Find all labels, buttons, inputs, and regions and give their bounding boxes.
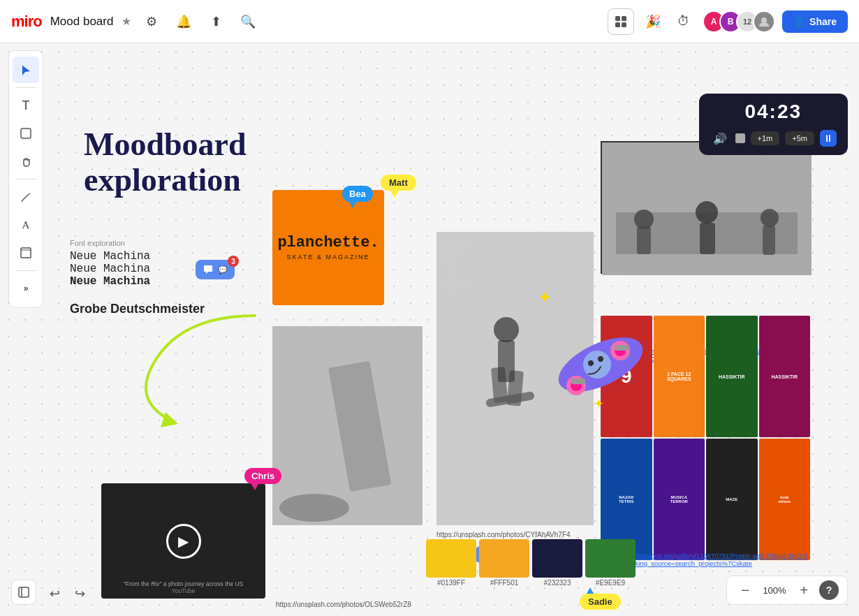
skate-photo-1-image (272, 326, 423, 525)
font-sample-3: Neue Machina (70, 275, 205, 288)
title-line1: Moodboard (84, 126, 247, 162)
poster-7: MAZE (706, 439, 758, 560)
upload-button[interactable]: ⬆ (204, 10, 228, 34)
help-button[interactable]: ? (819, 580, 839, 600)
cursor-matt: Matt (381, 175, 416, 198)
svg-point-14 (494, 317, 519, 342)
swatch-item-2: #FFF501 (479, 539, 529, 587)
select-tool[interactable] (13, 57, 39, 83)
zoom-out-button[interactable]: − (735, 580, 755, 600)
svg-rect-24 (571, 379, 585, 384)
notifications-button[interactable]: 🔔 (172, 10, 196, 34)
svg-rect-32 (637, 226, 651, 254)
timer-pause-button[interactable]: ⏸ (820, 130, 837, 147)
undo-button[interactable]: ↩ (43, 582, 66, 605)
svg-rect-5 (21, 129, 31, 138)
shape-tool[interactable]: A (13, 212, 39, 238)
hand-tool[interactable] (13, 148, 39, 175)
planchette-subtitle: SKATE & MAGAZINE (287, 254, 370, 261)
timer-stop-button[interactable] (735, 133, 745, 143)
cursor-sadie-label: Sadie (580, 594, 621, 610)
undo-redo-controls: ↩ ↪ (43, 582, 91, 605)
cursor-matt-label: Matt (381, 175, 416, 191)
timer-seconds: 23 (777, 101, 802, 122)
swatch-label-1: #0139FF (437, 579, 465, 587)
swatch-label-4: #E9E9E9 (596, 579, 625, 587)
timer-plus1m-button[interactable]: +1m (751, 131, 780, 145)
share-label: Share (809, 16, 837, 27)
swatch-4 (585, 539, 636, 578)
font-label: Font exploration (70, 239, 205, 247)
timer-colon: : (770, 101, 777, 122)
svg-rect-37 (19, 587, 29, 597)
left-toolbar: T A » (8, 50, 43, 308)
timer-sound-button[interactable]: 🔊 (710, 129, 730, 148)
board-content: Moodboard exploration 💬 3 Font explorati… (56, 99, 824, 616)
skate-photo-1 (272, 326, 423, 525)
url-label-1: https://unsplash.com/photos/OLSWeb52rZ8 (276, 601, 411, 608)
poster-6: MUSICATERROR (654, 439, 705, 560)
cursor-chris-label: Chris (244, 468, 281, 484)
tool-divider-3 (15, 270, 36, 271)
svg-rect-0 (615, 16, 620, 21)
cursor-chris: Chris (244, 468, 281, 490)
swatch-3 (532, 539, 582, 578)
more-tools[interactable]: » (13, 275, 39, 302)
timer-plus5m-button[interactable]: +5m (785, 131, 814, 145)
frame-tool[interactable] (13, 240, 39, 266)
svg-rect-25 (615, 345, 629, 351)
swatch-2 (479, 539, 529, 578)
topbar-right: 🎉 ⏱ A B 12 👤 Share (608, 8, 848, 35)
reactions-button[interactable]: 🎉 (641, 10, 665, 34)
svg-rect-36 (763, 226, 775, 255)
poster-2: 1 FACE 12 SQUARES (654, 316, 705, 437)
poster-3: HASSIKTIR (706, 316, 758, 437)
canvas: 04:23 🔊 +1m +5m ⏸ Moodboard exploration … (0, 43, 859, 616)
swatch-label-3: #232323 (544, 579, 571, 587)
timer-button[interactable]: ⏱ (672, 10, 696, 34)
video-card: ▶ "From the Riv" a photo journey across … (101, 483, 265, 599)
pen-tool[interactable] (13, 184, 39, 210)
svg-point-33 (696, 201, 718, 223)
text-tool[interactable]: T (13, 92, 39, 119)
svg-line-6 (22, 194, 29, 201)
svg-rect-3 (622, 22, 626, 27)
timer-overlay: 04:23 🔊 +1m +5m ⏸ (699, 94, 848, 155)
comment-count-1: 3 (228, 256, 239, 267)
apps-button[interactable] (608, 8, 634, 35)
poster-4: HASSIKTIR (759, 316, 811, 437)
doodle-arrow (115, 302, 283, 441)
swatch-label-2: #FFF501 (490, 579, 519, 587)
swatch-item-3: #232323 (532, 539, 582, 587)
play-button[interactable]: ▶ (166, 524, 201, 559)
title-line2: exploration (84, 162, 241, 198)
zoom-in-button[interactable]: + (794, 580, 814, 600)
star-icon[interactable]: ★ (122, 15, 131, 28)
sticky-tool[interactable] (13, 120, 39, 147)
svg-point-11 (279, 494, 349, 522)
cursor-chris-arrow (251, 484, 258, 490)
svg-rect-7 (21, 248, 31, 258)
timer-controls: 🔊 +1m +5m ⏸ (710, 129, 837, 148)
board-main-title: Moodboard exploration (84, 127, 247, 198)
video-caption-line1: "From the Riv" a photo journey across th… (101, 580, 265, 587)
tool-divider-1 (15, 87, 36, 88)
topbar-left: miro Mood board ★ ⚙ 🔔 ⬆ 🔍 (11, 10, 260, 34)
cursor-matt-arrow (390, 191, 399, 198)
comment-icon-label: 💬 (218, 265, 228, 274)
redo-button[interactable]: ↪ (68, 582, 91, 605)
settings-button[interactable]: ⚙ (140, 10, 163, 34)
cursor-sadie: Sadie (580, 587, 621, 610)
swatch-item-1: #0139FF (426, 539, 476, 587)
tool-divider-2 (15, 179, 36, 179)
svg-point-4 (761, 17, 767, 23)
sidebar-toggle-button[interactable] (11, 580, 36, 605)
share-button[interactable]: 👤 Share (782, 10, 848, 33)
swatches-row: #0139FF #FFF501 #232323 #E9E9E9 (426, 539, 636, 587)
share-icon: 👤 (793, 16, 805, 27)
swatch-item-4: #E9E9E9 (585, 539, 636, 587)
swatch-1 (426, 539, 476, 578)
search-button[interactable]: 🔍 (236, 10, 260, 34)
board-title[interactable]: Mood board (50, 15, 114, 29)
poster-8: lookwhere (759, 439, 811, 560)
